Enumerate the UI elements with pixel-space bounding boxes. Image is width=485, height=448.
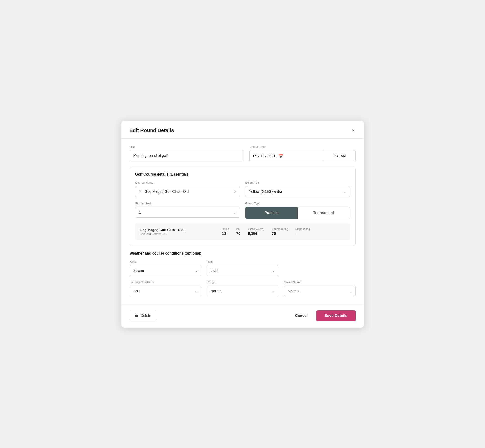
datetime-group: Date & Time 05 / 12 / 2021 📅 7:31 AM: [249, 145, 356, 162]
select-tee-label: Select Tee: [245, 181, 350, 184]
select-tee-wrap: Yellow (6,156 yards) ⌄: [245, 186, 350, 197]
title-label: Title: [129, 145, 244, 148]
wind-label: Wind: [129, 260, 201, 263]
datetime-label: Date & Time: [249, 145, 356, 148]
tournament-button[interactable]: Tournament: [298, 207, 350, 218]
course-rating-value: 70: [272, 232, 288, 236]
game-type-group: Game Type Practice Tournament: [245, 202, 350, 219]
trash-icon: 🗑: [135, 314, 138, 318]
rough-select-wrap: Short Normal Long ⌄: [207, 286, 278, 296]
starting-hole-dropdown[interactable]: 1: [135, 207, 240, 218]
rain-label: Rain: [207, 260, 278, 263]
select-tee-dropdown[interactable]: Yellow (6,156 yards): [245, 186, 350, 197]
conditions-section: Weather and course conditions (optional)…: [129, 251, 356, 303]
delete-label: Delete: [141, 314, 151, 318]
yards-value: 6,156: [248, 232, 264, 236]
time-field[interactable]: 7:31 AM: [324, 150, 356, 162]
cancel-button[interactable]: Cancel: [293, 311, 310, 321]
delete-button[interactable]: 🗑 Delete: [129, 311, 156, 321]
rough-label: Rough: [207, 280, 278, 284]
date-value: 05 / 12 / 2021: [253, 154, 275, 158]
green-speed-label: Green Speed: [284, 280, 356, 284]
close-button[interactable]: ×: [351, 127, 356, 134]
starting-hole-label: Starting Hole: [135, 202, 240, 205]
course-tee-row: Course Name ⚲ ✕ Select Tee Yellow (6,156…: [135, 181, 350, 197]
starting-hole-group: Starting Hole 1 ⌄: [135, 202, 240, 219]
stat-course-rating: Course rating 70: [272, 227, 288, 236]
title-group: Title: [129, 145, 244, 162]
rain-group: Rain None Light Moderate Heavy ⌄: [207, 260, 278, 276]
clear-icon[interactable]: ✕: [234, 189, 237, 194]
wind-dropdown[interactable]: None Light Moderate Strong: [129, 265, 201, 276]
green-speed-dropdown[interactable]: Slow Normal Fast: [284, 286, 356, 296]
course-name-input[interactable]: [135, 186, 240, 197]
fairway-label: Fairway Conditions: [129, 280, 201, 284]
search-icon: ⚲: [138, 189, 141, 194]
fairway-rough-green-row: Fairway Conditions Soft Normal Hard ⌄ Ro…: [129, 280, 356, 296]
modal-body: Title Date & Time 05 / 12 / 2021 📅 7:31 …: [121, 139, 364, 303]
rough-group: Rough Short Normal Long ⌄: [207, 280, 278, 296]
rain-select-wrap: None Light Moderate Heavy ⌄: [207, 265, 278, 276]
stat-holes: Holes 18: [222, 227, 229, 236]
yards-label: Yards(Yellow): [248, 227, 264, 231]
title-input[interactable]: [129, 150, 244, 161]
course-name-search-wrap: ⚲ ✕: [135, 186, 240, 197]
calendar-icon: 📅: [278, 154, 283, 159]
wind-select-wrap: None Light Moderate Strong ⌄: [129, 265, 201, 276]
stat-par: Par 70: [236, 227, 241, 236]
green-speed-group: Green Speed Slow Normal Fast ⌄: [284, 280, 356, 296]
golf-course-section: Golf Course details (Essential) Course N…: [129, 167, 356, 246]
course-stats: Holes 18 Par 70 Yards(Yellow) 6,156 Cour…: [222, 227, 345, 236]
practice-button[interactable]: Practice: [245, 207, 298, 218]
select-tee-group: Select Tee Yellow (6,156 yards) ⌄: [245, 181, 350, 197]
rough-dropdown[interactable]: Short Normal Long: [207, 286, 278, 296]
wind-rain-row: Wind None Light Moderate Strong ⌄ Rain: [129, 260, 356, 276]
date-time-group: 05 / 12 / 2021 📅 7:31 AM: [249, 150, 356, 162]
fairway-group: Fairway Conditions Soft Normal Hard ⌄: [129, 280, 201, 296]
game-type-label: Game Type: [245, 202, 350, 205]
course-rating-label: Course rating: [272, 227, 288, 231]
par-value: 70: [236, 232, 241, 236]
save-button[interactable]: Save Details: [316, 310, 356, 321]
course-info-box: Gog Magog Golf Club - Old, Shelford Bott…: [135, 223, 350, 240]
modal-footer: 🗑 Delete Cancel Save Details: [121, 304, 364, 328]
slope-rating-label: Slope rating: [295, 227, 310, 231]
course-name-display: Gog Magog Golf Club - Old,: [140, 228, 222, 232]
hole-gametype-row: Starting Hole 1 ⌄ Game Type Practice Tou…: [135, 202, 350, 219]
par-label: Par: [236, 227, 241, 231]
stat-slope-rating: Slope rating -: [295, 227, 310, 236]
time-value: 7:31 AM: [333, 154, 346, 158]
wind-group: Wind None Light Moderate Strong ⌄: [129, 260, 201, 276]
edit-round-modal: Edit Round Details × Title Date & Time 0…: [121, 121, 364, 328]
title-datetime-row: Title Date & Time 05 / 12 / 2021 📅 7:31 …: [129, 145, 356, 162]
fairway-select-wrap: Soft Normal Hard ⌄: [129, 286, 201, 296]
modal-title: Edit Round Details: [129, 128, 174, 133]
stat-yards: Yards(Yellow) 6,156: [248, 227, 264, 236]
green-speed-select-wrap: Slow Normal Fast ⌄: [284, 286, 356, 296]
golf-section-title: Golf Course details (Essential): [135, 172, 350, 176]
fairway-dropdown[interactable]: Soft Normal Hard: [129, 286, 201, 296]
course-location: Shelford Bottom, UK: [140, 232, 222, 236]
course-name-group: Course Name ⚲ ✕: [135, 181, 240, 197]
conditions-title: Weather and course conditions (optional): [129, 251, 356, 256]
course-info-name: Gog Magog Golf Club - Old, Shelford Bott…: [140, 228, 222, 236]
slope-rating-value: -: [295, 232, 310, 236]
course-name-label: Course Name: [135, 181, 240, 184]
date-field[interactable]: 05 / 12 / 2021 📅: [249, 150, 324, 162]
holes-value: 18: [222, 232, 229, 236]
holes-label: Holes: [222, 227, 229, 231]
modal-header: Edit Round Details ×: [121, 121, 364, 139]
starting-hole-wrap: 1 ⌄: [135, 207, 240, 218]
game-type-toggle: Practice Tournament: [245, 207, 350, 219]
rain-dropdown[interactable]: None Light Moderate Heavy: [207, 265, 278, 276]
footer-right: Cancel Save Details: [293, 310, 356, 321]
